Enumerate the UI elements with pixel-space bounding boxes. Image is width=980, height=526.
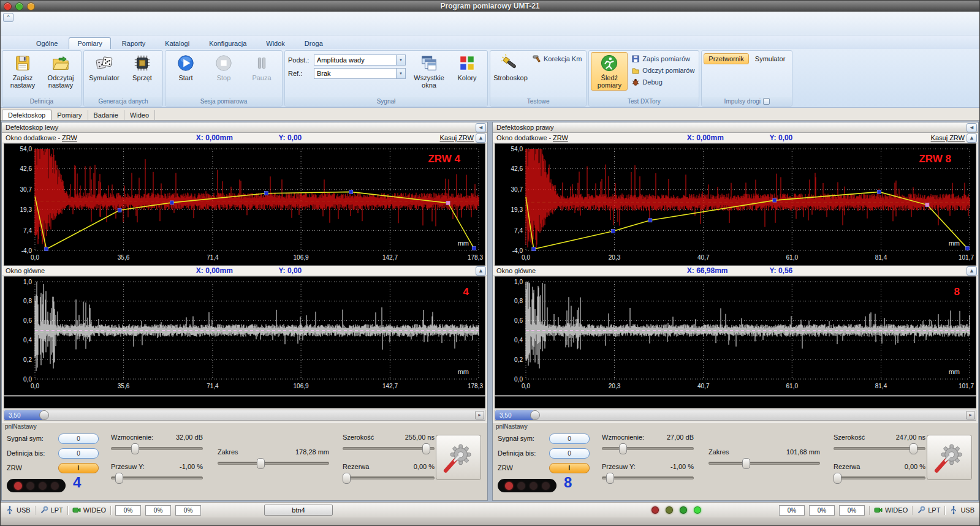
- impulsy-symulator-toggle[interactable]: Symulator: [750, 53, 791, 64]
- przesuw-slider[interactable]: [111, 473, 203, 483]
- btn4-button[interactable]: btn4: [264, 505, 333, 516]
- scrollbar-right-arrow[interactable]: ►: [966, 411, 975, 419]
- ribbon-tab-ogolne[interactable]: Ogólne: [28, 37, 66, 49]
- kasuj-zrw-link[interactable]: Kasuj ZRW: [440, 134, 474, 141]
- sledz-pomiary-button[interactable]: Śledź pomiary: [591, 52, 628, 91]
- tab-badanie[interactable]: Badanie: [88, 110, 124, 120]
- window-collapse-button[interactable]: ▲: [967, 266, 977, 276]
- tab-pomiary[interactable]: Pomiary: [51, 110, 88, 120]
- kolory-button[interactable]: Kolory: [449, 52, 485, 83]
- szerokosc-slider[interactable]: [834, 443, 925, 453]
- panel-collapse-button[interactable]: ◄: [967, 123, 977, 132]
- ribbon-tab-raporty[interactable]: Raporty: [113, 37, 154, 49]
- stroboskop-button[interactable]: Stroboskop: [492, 52, 529, 83]
- maximize-button[interactable]: [15, 2, 23, 10]
- odczyt-pomiarow-button[interactable]: Odczyt pomiarów: [629, 66, 697, 75]
- podst-combobox[interactable]: Amplituda wady ▼: [314, 54, 406, 66]
- wzmocnienie-row: Wzmocnienie:27,00 dB: [602, 434, 694, 441]
- progress-percent: 0%: [175, 505, 201, 516]
- debug-button[interactable]: Debug: [629, 77, 697, 87]
- chevron-down-icon[interactable]: ▼: [396, 69, 405, 78]
- window-collapse-button[interactable]: ▲: [967, 133, 977, 143]
- stop-button[interactable]: Stop: [205, 52, 242, 83]
- zrw-link[interactable]: ZRW: [62, 134, 77, 141]
- ribbon-group-sygnal: Podst.: Amplituda wady ▼ Ref.: Brak ▼: [284, 50, 488, 107]
- wzmocnienie-slider[interactable]: [111, 443, 203, 453]
- definicja-bis-field[interactable]: 0: [58, 448, 99, 459]
- zrw-chart[interactable]: 54,042,630,719,37,4-4,00,020,340,761,081…: [495, 144, 976, 265]
- przetwornik-toggle[interactable]: Przetwornik: [704, 53, 748, 64]
- sygnal-sym-field[interactable]: 0: [549, 434, 590, 444]
- tab-defektoskop[interactable]: Defektoskop: [2, 110, 51, 120]
- usb-status: USB: [6, 506, 31, 514]
- start-button[interactable]: Start: [167, 52, 204, 83]
- slider-thumb[interactable]: [619, 443, 627, 454]
- slider-thumb[interactable]: [742, 458, 750, 469]
- scrollbar-thumb[interactable]: [530, 410, 540, 420]
- scrollbar-thumb[interactable]: [39, 410, 49, 420]
- wszystkie-okna-button[interactable]: Wszystkie okna: [411, 52, 447, 91]
- ribbon-tab-droga[interactable]: Droga: [296, 37, 332, 49]
- main-chart[interactable]: 1,00,80,60,40,20,00,035,671,4106,9142,71…: [4, 277, 485, 395]
- chevron-down-icon[interactable]: ▼: [396, 55, 405, 65]
- settings-gear-icon: [441, 439, 476, 476]
- minimize-button[interactable]: [27, 2, 35, 10]
- rezerwa-row: Rezerwa0,00 %: [343, 463, 435, 470]
- zrw-link[interactable]: ZRW: [553, 134, 568, 141]
- ribbon-group-impulsy-drogi: Przetwornik Symulator Impulsy drogi: [701, 50, 792, 107]
- group-label-sesja: Sesja pomiarowa: [165, 97, 282, 106]
- zapis-pomiarow-button[interactable]: Zapis pomiarów: [629, 54, 697, 64]
- ref-combobox[interactable]: Brak ▼: [314, 68, 406, 79]
- slider-thumb[interactable]: [343, 473, 351, 484]
- zrw-toggle[interactable]: I: [549, 463, 590, 473]
- okno-glowne-label: Okno główne: [496, 267, 536, 274]
- definicja-bis-field[interactable]: 0: [549, 448, 590, 459]
- pauza-button[interactable]: Pauza: [243, 52, 280, 83]
- channel-number: 8: [564, 474, 572, 491]
- sprzet-button[interactable]: Sprzęt: [124, 52, 161, 83]
- ribbon-tab-katalogi[interactable]: Katalogi: [156, 37, 198, 49]
- slider-thumb[interactable]: [115, 473, 123, 484]
- sygnal-sym-field[interactable]: 0: [58, 434, 99, 444]
- slider-thumb[interactable]: [606, 473, 614, 484]
- zapisz-nastawy-button[interactable]: Zapisz nastawy: [4, 52, 41, 91]
- symulator-button[interactable]: Symulator: [86, 52, 123, 83]
- slider-thumb[interactable]: [834, 473, 841, 484]
- szerokosc-slider[interactable]: [343, 443, 435, 453]
- wzmocnienie-slider[interactable]: [602, 443, 694, 453]
- ribbon-tab-pomiary[interactable]: Pomiary: [69, 37, 110, 49]
- ribbon-expand-button[interactable]: ^: [3, 13, 13, 22]
- przesuw-slider[interactable]: [602, 473, 694, 483]
- slider-thumb[interactable]: [131, 443, 139, 454]
- window-collapse-button[interactable]: ▲: [476, 133, 486, 143]
- ribbon-tab-konfiguracja[interactable]: Konfiguracja: [200, 37, 255, 49]
- rezerwa-slider[interactable]: [343, 473, 435, 483]
- scrollbar-right-arrow[interactable]: ►: [475, 411, 484, 419]
- definicja-bis-label: Definicja bis:: [7, 449, 45, 457]
- rezerwa-slider[interactable]: [834, 473, 925, 483]
- colors-icon: [458, 54, 476, 73]
- window-collapse-button[interactable]: ▲: [476, 266, 486, 276]
- odczytaj-nastawy-button[interactable]: Odczytaj nastawy: [42, 52, 79, 91]
- zakres-slider[interactable]: [708, 458, 820, 468]
- kasuj-zrw-link[interactable]: Kasuj ZRW: [931, 134, 965, 141]
- slider-thumb[interactable]: [257, 458, 265, 469]
- korekcja-km-button[interactable]: Korekcja Km: [530, 54, 584, 64]
- value-scrollbar[interactable]: 3,50 ►: [4, 410, 485, 421]
- zrw-chart[interactable]: 54,042,630,719,37,4-4,00,035,671,4106,91…: [4, 144, 485, 265]
- slider-thumb[interactable]: [910, 443, 917, 454]
- przesuw-row: Przesuw Y:-1,00 %: [602, 463, 694, 470]
- value-scrollbar[interactable]: 3,50 ►: [495, 410, 976, 421]
- zakres-slider[interactable]: [218, 458, 329, 468]
- slider-thumb[interactable]: [422, 443, 430, 454]
- settings-button[interactable]: [927, 435, 972, 480]
- dialog-launcher-icon[interactable]: [763, 98, 770, 105]
- panel-collapse-button[interactable]: ◄: [476, 123, 486, 132]
- ribbon-tab-widok[interactable]: Widok: [257, 37, 294, 49]
- settings-button[interactable]: [436, 435, 481, 480]
- close-button[interactable]: [4, 2, 12, 10]
- odczyt-pomiarow-label: Odczyt pomiarów: [642, 67, 694, 74]
- main-chart[interactable]: 1,00,80,60,40,20,00,020,340,761,081,4101…: [495, 277, 976, 395]
- tab-wideo[interactable]: Wideo: [124, 110, 155, 120]
- zrw-toggle[interactable]: I: [58, 463, 99, 473]
